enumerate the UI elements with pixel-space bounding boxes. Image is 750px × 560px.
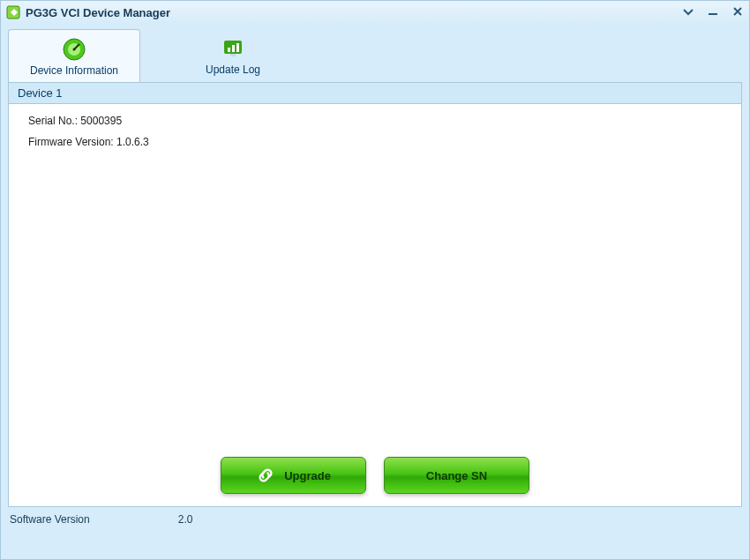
svg-rect-10	[230, 54, 236, 56]
device-info-icon	[61, 36, 87, 63]
app-icon	[6, 5, 20, 19]
titlebar: PG3G VCI Device Manager	[1, 1, 749, 24]
svg-rect-8	[232, 45, 235, 52]
tab-update-log[interactable]: Update Log	[167, 29, 299, 82]
minimize-icon[interactable]	[707, 5, 719, 19]
panel-header: Device 1	[9, 83, 741, 104]
serial-value: 5000395	[80, 115, 122, 127]
serial-row: Serial No.: 5000395	[28, 115, 722, 127]
upgrade-button[interactable]: Upgrade	[221, 457, 366, 494]
tab-label: Update Log	[206, 63, 260, 76]
tab-device-information[interactable]: Device Information	[8, 29, 140, 82]
toolbar: Device Information Update Log	[1, 24, 749, 82]
serial-label: Serial No.:	[28, 115, 80, 127]
tab-label: Device Information	[30, 64, 118, 77]
software-version-value: 2.0	[178, 513, 193, 526]
action-bar: Upgrade Change SN	[9, 444, 741, 506]
software-version-label: Software Version	[10, 513, 90, 526]
firmware-value: 1.0.6.3	[116, 136, 149, 148]
firmware-label: Firmware Version:	[28, 136, 116, 148]
svg-rect-7	[228, 48, 230, 52]
svg-point-5	[73, 48, 76, 50]
window-title: PG3G VCI Device Manager	[26, 6, 682, 19]
statusbar: Software Version 2.0	[1, 507, 749, 532]
svg-rect-9	[236, 43, 239, 52]
link-icon	[256, 466, 275, 485]
window-controls	[682, 5, 744, 20]
change-sn-button[interactable]: Change SN	[384, 457, 529, 494]
device-panel: Device 1 Serial No.: 5000395 Firmware Ve…	[8, 82, 742, 507]
button-label: Upgrade	[284, 469, 331, 482]
firmware-row: Firmware Version: 1.0.6.3	[28, 136, 722, 148]
button-label: Change SN	[426, 469, 487, 482]
panel-body: Serial No.: 5000395 Firmware Version: 1.…	[9, 104, 741, 444]
update-log-icon	[220, 35, 246, 62]
close-icon[interactable]	[731, 5, 744, 20]
dropdown-icon[interactable]	[682, 5, 694, 19]
